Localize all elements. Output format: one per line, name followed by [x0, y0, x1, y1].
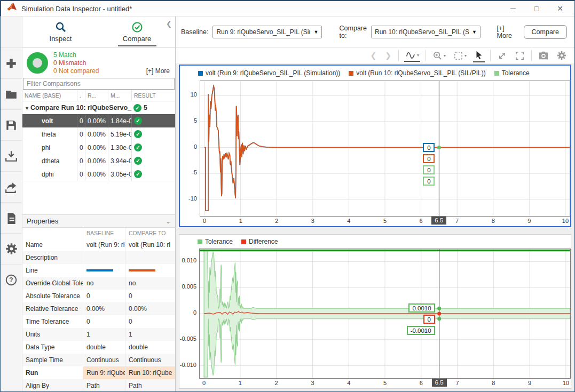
report-button[interactable] — [1, 202, 22, 233]
chevron-down-icon[interactable]: ▾ — [26, 105, 28, 111]
import-button[interactable] — [1, 140, 22, 171]
table-row-dtheta[interactable]: dtheta 0 0.00% 3.94e-0 ✓ — [22, 154, 175, 167]
prop-row-line[interactable]: Line — [22, 264, 175, 277]
x-tick-label: 6 — [420, 218, 423, 224]
x-tick-label: 1 — [239, 380, 242, 386]
compare-column-header: COMPARE TO — [125, 228, 175, 238]
match-donut-chart — [27, 52, 48, 74]
chevron-down-icon[interactable]: ⌄ — [166, 218, 171, 225]
y-axis: 1050-5-10 — [180, 81, 200, 217]
check-icon: ✓ — [133, 104, 141, 112]
cursor-time-badge[interactable]: 6.5 — [431, 217, 446, 225]
prop-row-units[interactable]: Units 1 1 — [22, 328, 175, 341]
x-tick-label: 3 — [311, 218, 314, 224]
add-button[interactable] — [1, 47, 22, 78]
prev-arrow-icon[interactable]: ❮ — [368, 51, 378, 60]
table-row-theta[interactable]: theta 0 0.00% 5.19e-0 ✓ — [22, 127, 175, 141]
difference-plot[interactable]: 0.00100-0.0010 — [199, 249, 571, 379]
prop-row-align-by[interactable]: Align By Path Path — [22, 379, 175, 392]
prop-row-time-tolerance[interactable]: Time Tolerance 0 0 — [22, 315, 175, 328]
y-tick-label: -10 — [188, 195, 197, 202]
baseline-run-dropdown[interactable]: Run 9: rlQubeServo_SIL_PIL (Sim ▼ — [212, 26, 322, 38]
open-button[interactable] — [1, 78, 22, 109]
next-arrow-icon[interactable]: ❯ — [383, 51, 393, 60]
export-button[interactable] — [1, 171, 22, 202]
chevron-down-icon: ▼ — [313, 29, 318, 35]
check-circle-icon — [131, 21, 143, 33]
plot-settings-tool[interactable] — [555, 49, 568, 62]
zoom-in-tool[interactable]: ▾ — [431, 50, 447, 62]
prop-row-sample-time[interactable]: Sample Time Continuous Continuous — [22, 354, 175, 366]
properties-header[interactable]: Properties ⌄ — [22, 214, 175, 228]
snapshot-tool[interactable] — [537, 50, 550, 61]
table-row-dphi[interactable]: dphi 0 0.00% 3.05e-0 ✓ — [22, 167, 175, 181]
legend-item-tolerance[interactable]: Tolerance — [198, 238, 233, 245]
prop-row-data-type[interactable]: Data Type double double — [22, 341, 175, 354]
minimize-button[interactable]: ─ — [508, 4, 518, 13]
prop-row-absolute-tolerance[interactable]: Absolute Tolerance 0 0 — [22, 290, 175, 302]
col-max-diff[interactable]: M... — [108, 90, 132, 101]
legend-item-compare[interactable]: volt (Run 10: rlQubeServo_SIL_PIL (SIL/P… — [349, 69, 485, 77]
properties-title: Properties — [27, 217, 166, 225]
cursor-value-box: 0 — [423, 154, 435, 163]
folder-icon — [5, 88, 18, 101]
save-button[interactable] — [1, 109, 22, 140]
filter-comparisons-input[interactable] — [23, 78, 175, 90]
compare-button[interactable]: Compare — [524, 25, 567, 39]
prop-row-name[interactable]: Name volt (Run 9: rlQ volt (Run 10: rl — [22, 238, 175, 251]
collapse-panel-icon[interactable]: ❮ — [166, 20, 172, 28]
cursor-arrow-icon — [474, 50, 484, 60]
tab-inspect[interactable]: Inspect — [22, 17, 99, 47]
table-row-volt[interactable]: volt 0 0.00% 1.84e-0 ✓ — [22, 114, 175, 127]
col-name-base[interactable]: NAME (BASE) — [22, 90, 77, 101]
runbar-more-link[interactable]: [+] More — [497, 25, 515, 39]
prop-row-relative-tolerance[interactable]: Relative Tolerance 0.00% 0.00% — [22, 302, 175, 315]
charts-area: volt (Run 9: rlQubeServo_SIL_PIL (Simula… — [176, 63, 574, 392]
download-icon — [5, 150, 18, 163]
table-row-phi[interactable]: phi 0 0.00% 1.30e-0 ✓ — [22, 141, 175, 154]
properties-columns-row: BASELINE COMPARE TO — [22, 228, 175, 238]
pointer-tool[interactable] — [473, 49, 485, 62]
col-rel-tol[interactable]: R... — [85, 90, 108, 101]
region-select-icon — [453, 51, 463, 61]
signal-trace-tool[interactable]: ▾ — [404, 49, 420, 62]
signal-plot[interactable]: 0000 — [200, 81, 570, 217]
x-tick-label: 10 — [563, 380, 569, 386]
fullscreen-tool[interactable] — [514, 50, 526, 62]
col-abs-tol[interactable]: . — [77, 90, 85, 101]
legend-swatch — [198, 71, 203, 76]
cursor-value-box: -0.0010 — [407, 326, 435, 335]
legend-swatch — [349, 71, 353, 76]
fit-to-view-tool[interactable] — [496, 50, 508, 62]
tab-compare[interactable]: Compare — [99, 17, 175, 47]
col-result[interactable]: RESULT — [132, 90, 175, 101]
help-button[interactable]: ? — [1, 264, 22, 295]
prop-row-override-tolerance[interactable]: Override Global Tole no no — [22, 277, 175, 290]
plus-icon — [5, 57, 18, 70]
properties-table: BASELINE COMPARE TO Name volt (Run 9: rl… — [22, 228, 175, 392]
comparison-plot-card[interactable]: volt (Run 9: rlQubeServo_SIL_PIL (Simula… — [179, 65, 571, 227]
x-tick-label: 0 — [203, 218, 206, 224]
compare-run-dropdown[interactable]: Run 10: rlQubeServo_SIL_PIL (SI ▼ — [371, 26, 481, 38]
baseline-label: Baseline: — [181, 28, 208, 36]
summary-more-link[interactable]: [+] More — [146, 67, 170, 75]
preferences-button[interactable] — [1, 233, 22, 264]
comparison-group-row[interactable]: ▾ Compare Run 10: rlQubeServo_ ✓ 5 — [22, 101, 175, 114]
legend-item-difference[interactable]: Difference — [241, 238, 278, 245]
plot-canvas — [200, 249, 570, 378]
comparisons-table: NAME (BASE) . R... M... RESULT ▾ Compare… — [22, 90, 175, 181]
maximize-button[interactable]: □ — [532, 4, 541, 13]
cursor-time-badge[interactable]: 6.5 — [432, 379, 447, 387]
prop-row-description[interactable]: Description — [22, 251, 175, 264]
x-tick-label: 7 — [455, 380, 459, 386]
legend-item-baseline[interactable]: volt (Run 9: rlQubeServo_SIL_PIL (Simula… — [198, 69, 340, 77]
x-tick-label: 9 — [527, 218, 531, 224]
prop-row-run[interactable]: Run Run 9: rlQubeS Run 10: rlQube — [22, 366, 175, 379]
difference-plot-card[interactable]: Tolerance Difference 0.0100.0050-0.005-0… — [179, 234, 571, 389]
comparisons-header-row[interactable]: NAME (BASE) . R... M... RESULT — [22, 90, 175, 101]
floppy-disk-icon — [5, 119, 18, 132]
close-button[interactable]: ✕ — [555, 4, 565, 13]
legend-item-tolerance[interactable]: Tolerance — [494, 69, 530, 77]
match-count: 5 Match — [53, 51, 99, 59]
zoom-region-tool[interactable]: ▾ — [452, 50, 468, 62]
